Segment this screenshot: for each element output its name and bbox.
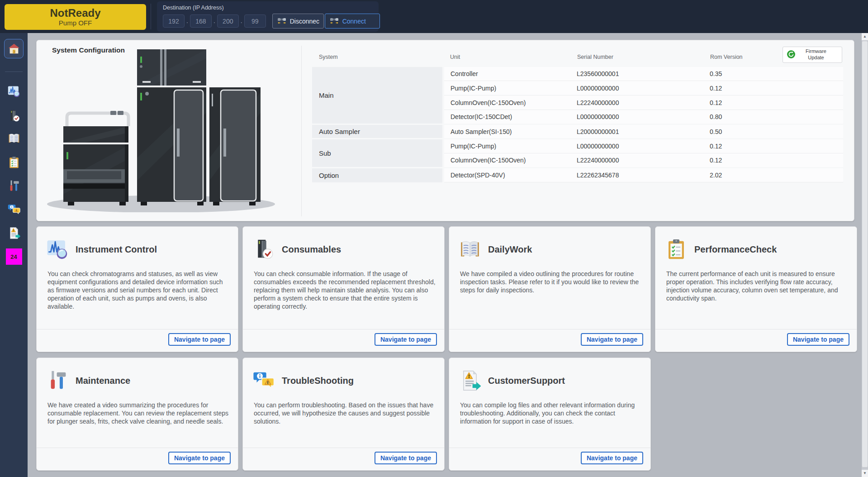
unit-cell: Auto Sampler(SI-150) [443,124,570,139]
sidebar-item-notification-badge[interactable]: 24 [0,247,28,267]
disconnect-label: Disconnect [290,18,319,25]
rom-version-cell: 0.12 [703,81,843,95]
navigate-to-page-button[interactable]: Navigate to page [787,333,849,346]
ip-octet-input-2[interactable] [190,14,212,28]
card-title: DailyWork [488,244,532,255]
rom-version-cell: 0.35 [703,67,843,81]
serial-number-cell: L00000000000 [570,110,703,124]
card-description: The current performance of each unit is … [666,270,848,303]
serial-number-cell: L23560000001 [570,67,703,81]
sidebar-item-customersupport[interactable] [0,223,28,243]
table-row: Auto SamplerAuto Sampler(SI-150)L2000000… [312,124,843,139]
navigate-to-page-button[interactable]: Navigate to page [375,452,437,464]
sidebar-item-maintenance[interactable] [0,176,28,196]
connect-label: Connect [342,18,366,25]
rom-version-cell: 0.12 [703,139,843,153]
rom-version-cell: 2.02 [703,168,843,182]
plug-icon [277,18,287,24]
badge-24-icon: 24 [6,248,22,265]
chat-alert-icon [8,203,20,216]
instrument-illustration [43,45,283,215]
unit-cell: Controller [443,67,570,81]
clipboard-icon [665,238,687,260]
card-description: We have created a video summarizing the … [47,401,229,426]
chromatogram-icon [8,85,20,98]
navigate-to-page-button[interactable]: Navigate to page [168,452,231,464]
main-content: System Configuration [28,33,862,477]
sidebar-item-consumables[interactable] [0,106,28,126]
unit-cell: Detector(IC-150CDet) [443,110,570,124]
card-description: You can check consumable information. If… [254,270,436,311]
disconnect-button[interactable]: Disconnect [272,14,324,29]
unit-cell: Pump(IC-Pump) [443,139,570,153]
scrollbar-thumb[interactable] [862,41,868,467]
card-description: You can compile log files and other rele… [460,401,642,426]
column-header: System [312,50,443,67]
scroll-down-arrow-icon[interactable]: ▼ [862,470,868,477]
ip-dot: . [213,14,215,28]
table-row: SubPump(IC-Pump)L000000000000.12 [312,139,843,153]
navigate-to-page-button[interactable]: Navigate to page [375,333,437,346]
system-group-cell: Auto Sampler [312,124,443,139]
serial-number-cell: L00000000000 [570,81,703,95]
card-title: TroubleShooting [282,376,354,386]
card-title: PerformanceCheck [694,244,777,255]
column-header: Unit [443,50,570,67]
card-customersupport: CustomerSupportYou can compile log files… [449,358,651,471]
ip-address-fields: ... [163,14,266,28]
card-troubleshooting: TroubleShootingYou can perform troublesh… [242,358,445,471]
navigate-to-page-button[interactable]: Navigate to page [168,333,231,346]
card-description: You can check chromatograms and statuses… [47,270,229,311]
cabinet-check-icon [253,238,275,260]
app-root: NotReady Pump OFF Destination (IP Addres… [0,0,868,477]
serial-number-cell: L00000000000 [570,139,703,153]
table-row: MainControllerL235600000010.35 [312,67,843,81]
sidebar-item-performancecheck[interactable] [0,153,28,172]
system-configuration-panel: System Configuration [36,40,854,221]
rom-version-cell: 0.80 [703,110,843,124]
unit-cell: Pump(IC-Pump) [443,81,570,95]
vertical-scrollbar[interactable]: ▲ ▼ [862,33,868,477]
system-group-cell: Sub [312,139,443,168]
sidebar-item-instrument-control[interactable] [0,81,28,101]
sidebar-item-home[interactable] [4,39,24,58]
serial-number-cell: L22240000000 [570,153,703,168]
system-group-cell: Main [312,67,443,124]
status-detail: Pump OFF [5,19,146,27]
tools-icon [47,370,68,391]
ip-octet-input-1[interactable] [163,14,185,28]
serial-number-cell: L22262345678 [570,168,703,182]
chromatogram-icon [47,238,68,260]
card-description: We have compiled a video outlining the p… [460,270,642,295]
unit-cell: Detector(SPD-40V) [443,168,570,182]
sidebar-item-dailywork[interactable] [0,129,28,148]
ip-octet-input-3[interactable] [217,14,239,28]
status-badge: NotReady Pump OFF [5,4,146,30]
unit-cell: ColumnOven(IC-150Oven) [443,153,570,168]
card-title: CustomerSupport [488,376,565,386]
ip-dot: . [186,14,188,28]
ip-octet-input-4[interactable] [244,14,266,28]
table-row: OptionDetector(SPD-40V)L222623456782.02 [312,168,843,182]
plug-icon [329,18,339,24]
sidebar: 24 [0,33,28,477]
serial-number-cell: L20000000001 [570,124,703,139]
destination-label: Destination (IP Address) [163,5,224,11]
topbar-divider [151,4,151,29]
sidebar-item-troubleshooting[interactable] [0,200,28,219]
connect-button[interactable]: Connect [325,14,380,29]
navigate-to-page-button[interactable]: Navigate to page [581,452,643,464]
topbar: NotReady Pump OFF Destination (IP Addres… [0,0,868,33]
status-state: NotReady [5,7,146,19]
navigate-to-page-button[interactable]: Navigate to page [581,333,643,346]
clipboard-icon [8,156,20,169]
panel-divider [301,46,302,216]
card-title: Instrument Control [76,244,157,255]
system-table: SystemUnitSerial NumberRom Version MainC… [312,50,843,182]
chat-alert-icon [253,370,275,391]
rom-version-cell: 0.12 [703,153,843,168]
unit-cell: ColumnOven(IC-150Oven) [443,95,570,110]
rom-version-cell: 0.12 [703,95,843,110]
cards-row-1: Instrument ControlYou can check chromato… [36,226,857,352]
scroll-up-arrow-icon[interactable]: ▲ [862,33,868,40]
